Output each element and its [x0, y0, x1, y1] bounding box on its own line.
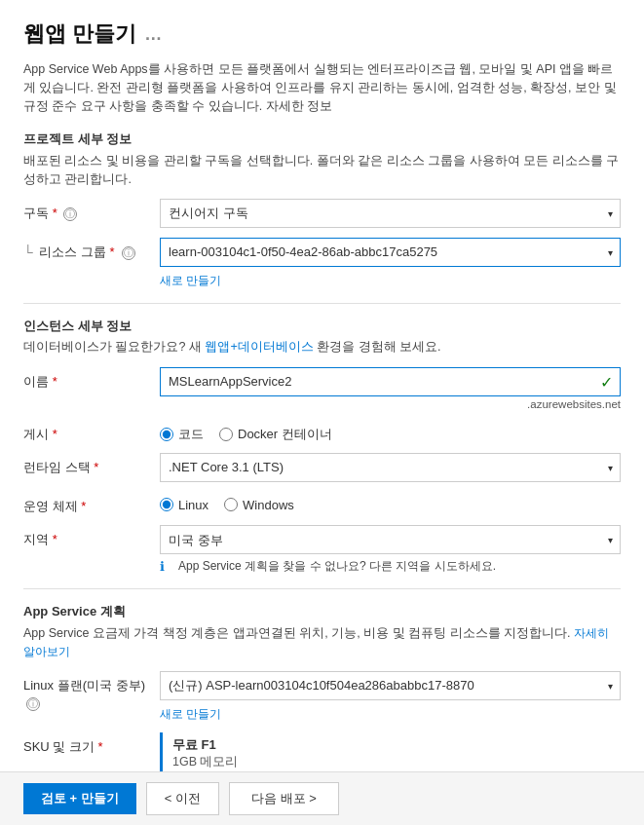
- publish-code-radio[interactable]: [160, 428, 173, 441]
- publish-radio-group: 코드 Docker 컨테이너: [160, 420, 621, 443]
- app-service-plan-section: App Service 계획 App Service 요금제 가격 책정 계층은…: [23, 603, 621, 793]
- resource-group-select[interactable]: learn-003104c1-0f50-4ea2-86ab-abbc17ca52…: [160, 238, 621, 267]
- resource-group-label: └ 리소스 그룹 * ⓘ: [23, 238, 160, 263]
- subscription-info-icon[interactable]: ⓘ: [63, 207, 77, 221]
- linux-plan-info-icon[interactable]: ⓘ: [26, 697, 40, 711]
- name-field-control: ✓ .azurewebsites.net: [160, 367, 621, 410]
- name-input[interactable]: [160, 367, 621, 396]
- instance-details-section: 인스턴스 세부 정보 데이터베이스가 필요한가요? 새 웹앱+데이터베이스 환경…: [23, 318, 621, 575]
- subscription-control: 컨시어지 구독 ▾: [160, 199, 621, 228]
- next-button[interactable]: 다음 배포 >: [229, 782, 339, 815]
- prev-button[interactable]: < 이전: [146, 782, 219, 815]
- page-title-row: 웹앱 만들기 …: [23, 19, 621, 49]
- name-field-row: 이름 * ✓ .azurewebsites.net: [23, 367, 621, 410]
- footer-bar: 검토 + 만들기 < 이전 다음 배포 >: [0, 771, 644, 825]
- database-link-row: 데이터베이스가 필요한가요? 새 웹앱+데이터베이스 환경을 경험해 보세요.: [23, 339, 621, 356]
- runtime-select[interactable]: .NET Core 3.1 (LTS): [160, 453, 621, 482]
- publish-control: 코드 Docker 컨테이너: [160, 420, 621, 443]
- region-label: 지역 *: [23, 525, 160, 548]
- os-windows-radio[interactable]: [224, 498, 238, 511]
- instance-details-title: 인스턴스 세부 정보: [23, 318, 621, 335]
- os-label: 운영 체제 *: [23, 492, 160, 515]
- linux-plan-select-wrapper: (신규) ASP-learn003104c10f504ea286ababbc17…: [160, 671, 621, 700]
- runtime-label: 런타임 스택 *: [23, 453, 160, 476]
- app-service-plan-title: App Service 계획: [23, 603, 621, 620]
- publish-docker-radio[interactable]: [219, 428, 233, 441]
- subscription-row: 구독 * ⓘ 컨시어지 구독 ▾: [23, 199, 621, 228]
- divider-2: [23, 588, 621, 589]
- subscription-select[interactable]: 컨시어지 구독: [160, 199, 621, 228]
- os-linux-radio[interactable]: [160, 498, 173, 511]
- runtime-field-row: 런타임 스택 * .NET Core 3.1 (LTS) ▾: [23, 453, 621, 482]
- publish-code-option[interactable]: 코드: [160, 426, 204, 443]
- page-description: App Service Web Apps를 사용하면 모든 플랫폼에서 실행되는…: [23, 60, 621, 115]
- sku-memory: 1GB 메모리: [172, 754, 621, 770]
- divider-1: [23, 303, 621, 304]
- os-field-row: 운영 체제 * Linux Windows: [23, 492, 621, 515]
- region-select-wrapper: 미국 중부 ▾: [160, 525, 621, 554]
- os-linux-option[interactable]: Linux: [160, 498, 208, 512]
- resource-group-row: └ 리소스 그룹 * ⓘ learn-003104c1-0f50-4ea2-86…: [23, 238, 621, 289]
- app-service-plan-desc: App Service 요금제 가격 책정 계층은 앱과연결된 위치, 기능, …: [23, 624, 621, 661]
- linux-plan-select[interactable]: (신규) ASP-learn003104c10f504ea286ababbc17…: [160, 671, 621, 700]
- check-icon: ✓: [600, 372, 613, 391]
- resource-group-control: learn-003104c1-0f50-4ea2-86ab-abbc17ca52…: [160, 238, 621, 289]
- publish-label: 게시 *: [23, 420, 160, 443]
- linux-plan-row: Linux 플랜(미국 중부) ⓘ (신규) ASP-learn003104c1…: [23, 671, 621, 723]
- region-hint-text: App Service 계획을 찾을 수 없나요? 다른 지역을 시도하세요.: [178, 558, 496, 575]
- project-details-section: 프로젝트 세부 정보 배포된 리소스 및 비용을 관리할 구독을 선택합니다. …: [23, 131, 621, 289]
- resource-group-info-icon[interactable]: ⓘ: [122, 246, 135, 260]
- project-details-title: 프로젝트 세부 정보: [23, 131, 621, 148]
- linux-plan-control: (신규) ASP-learn003104c10f504ea286ababbc17…: [160, 671, 621, 723]
- indent-corner-icon: └: [23, 244, 33, 263]
- region-field-row: 지역 * 미국 중부 ▾ ℹ App Service 계획을 찾을 수 없나요?…: [23, 525, 621, 575]
- os-windows-option[interactable]: Windows: [224, 498, 294, 512]
- page-title: 웹앱 만들기: [23, 19, 136, 49]
- sku-label: SKU 및 크기 *: [23, 732, 160, 756]
- runtime-select-wrapper: .NET Core 3.1 (LTS) ▾: [160, 453, 621, 482]
- hint-info-icon: ℹ: [160, 559, 173, 574]
- region-hint-row: ℹ App Service 계획을 찾을 수 없나요? 다른 지역을 시도하세요…: [160, 558, 621, 575]
- name-label: 이름 *: [23, 367, 160, 391]
- resource-group-select-wrapper: learn-003104c1-0f50-4ea2-86ab-abbc17ca52…: [160, 238, 621, 267]
- os-control: Linux Windows: [160, 492, 621, 512]
- linux-plan-create-new[interactable]: 새로 만들기: [160, 706, 621, 723]
- publish-field-row: 게시 * 코드 Docker 컨테이너: [23, 420, 621, 443]
- sku-tier: 무료 F1: [172, 736, 621, 754]
- runtime-control: .NET Core 3.1 (LTS) ▾: [160, 453, 621, 482]
- review-create-button[interactable]: 검토 + 만들기: [23, 783, 136, 814]
- resource-group-required: *: [110, 244, 115, 261]
- page-title-dots: …: [144, 24, 164, 45]
- os-radio-group: Linux Windows: [160, 492, 621, 512]
- region-control: 미국 중부 ▾ ℹ App Service 계획을 찾을 수 없나요? 다른 지…: [160, 525, 621, 575]
- project-details-desc: 배포된 리소스 및 비용을 관리할 구독을 선택합니다. 폴더와 같은 리소스 …: [23, 152, 621, 189]
- subscription-label: 구독 * ⓘ: [23, 199, 160, 222]
- subscription-required: *: [53, 206, 57, 220]
- domain-suffix: .azurewebsites.net: [160, 398, 621, 410]
- resource-group-create-new[interactable]: 새로 만들기: [160, 273, 621, 289]
- region-select[interactable]: 미국 중부: [160, 525, 621, 554]
- linux-plan-label: Linux 플랜(미국 중부) ⓘ: [23, 671, 160, 712]
- database-link[interactable]: 웹앱+데이터베이스: [205, 340, 313, 354]
- name-input-wrapper: ✓: [160, 367, 621, 396]
- publish-docker-option[interactable]: Docker 컨테이너: [219, 426, 332, 443]
- subscription-select-wrapper: 컨시어지 구독 ▾: [160, 199, 621, 228]
